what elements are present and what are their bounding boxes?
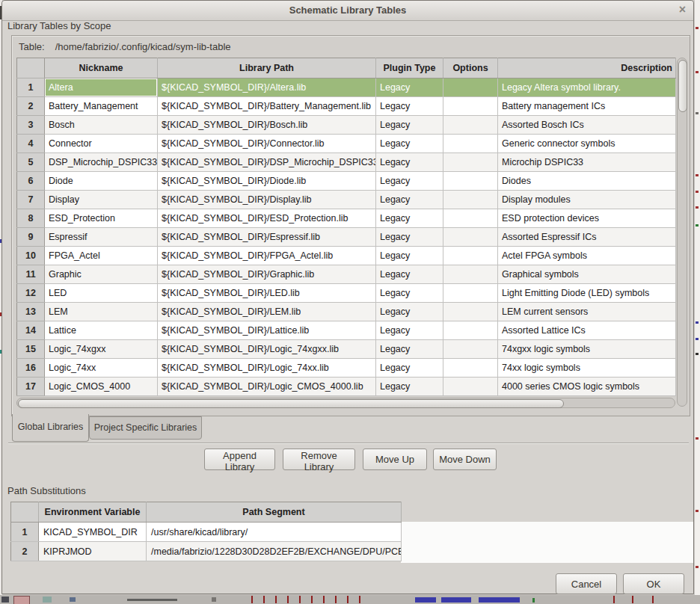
table-row[interactable]: 9Espressif${KICAD_SYMBOL_DIR}/Espressif.… (17, 228, 676, 247)
nickname-cell[interactable]: DSP_Microchip_DSPIC33 (45, 153, 158, 172)
nickname-cell[interactable]: Connector (45, 135, 158, 153)
row-number-cell[interactable]: 9 (17, 228, 45, 247)
plugin-type-cell[interactable]: Legacy (376, 191, 443, 209)
nickname-cell[interactable]: Altera (45, 78, 158, 97)
library-path-cell[interactable]: ${KICAD_SYMBOL_DIR}/ESD_Protection.lib (158, 209, 376, 228)
environment-variable-cell[interactable]: KICAD_SYMBOL_DIR (39, 523, 147, 542)
remove-library-button[interactable]: Remove Library (283, 449, 355, 470)
table-row[interactable]: 7Display${KICAD_SYMBOL_DIR}/Display.libL… (17, 191, 676, 209)
library-path-cell[interactable]: ${KICAD_SYMBOL_DIR}/FPGA_Actel.lib (158, 247, 376, 265)
tab-project-specific-libraries[interactable]: Project Specific Libraries (89, 416, 202, 440)
options-cell[interactable] (443, 378, 498, 396)
description-cell[interactable]: Legacy Altera symbol library. (498, 78, 676, 97)
nickname-cell[interactable]: Battery_Management (45, 97, 158, 116)
row-number-cell[interactable]: 2 (11, 542, 39, 561)
library-path-cell[interactable]: ${KICAD_SYMBOL_DIR}/Graphic.lib (158, 265, 376, 284)
plugin-type-cell[interactable]: Legacy (376, 153, 443, 172)
column-header-nickname[interactable]: Nickname (45, 58, 158, 78)
table-row[interactable]: 10FPGA_Actel${KICAD_SYMBOL_DIR}/FPGA_Act… (17, 247, 676, 265)
options-cell[interactable] (443, 135, 498, 153)
table-row[interactable]: 3Bosch${KICAD_SYMBOL_DIR}/Bosch.libLegac… (17, 116, 676, 135)
table-row[interactable]: 15Logic_74xgxx${KICAD_SYMBOL_DIR}/Logic_… (17, 340, 676, 359)
row-number-cell[interactable]: 1 (11, 523, 39, 542)
plugin-type-cell[interactable]: Legacy (376, 228, 443, 247)
nickname-cell[interactable]: FPGA_Actel (45, 247, 158, 265)
options-cell[interactable] (443, 247, 498, 265)
description-cell[interactable]: 74xgxx logic symbols (498, 340, 676, 359)
options-cell[interactable] (443, 265, 498, 284)
description-cell[interactable]: Generic connector symbols (498, 135, 676, 153)
close-icon[interactable]: × (679, 3, 686, 16)
table-row[interactable]: 16Logic_74xx${KICAD_SYMBOL_DIR}/Logic_74… (17, 359, 676, 378)
row-number-cell[interactable]: 14 (17, 321, 45, 340)
plugin-type-cell[interactable]: Legacy (376, 340, 443, 359)
library-path-cell[interactable]: ${KICAD_SYMBOL_DIR}/Altera.lib (158, 78, 376, 97)
table-row[interactable]: 1KICAD_SYMBOL_DIR/usr/share/kicad/librar… (11, 523, 402, 542)
nickname-cell[interactable]: Diode (45, 172, 158, 191)
table-row[interactable]: 2KIPRJMOD/media/fabrizio/1228D30D28D2EF2… (11, 542, 402, 561)
nickname-cell[interactable]: LEM (45, 303, 158, 321)
append-library-button[interactable]: Append Library (204, 449, 275, 470)
library-path-cell[interactable]: ${KICAD_SYMBOL_DIR}/Bosch.lib (158, 116, 376, 135)
options-cell[interactable] (443, 153, 498, 172)
options-cell[interactable] (443, 340, 498, 359)
library-path-cell[interactable]: ${KICAD_SYMBOL_DIR}/Battery_Management.l… (158, 97, 376, 116)
move-down-button[interactable]: Move Down (433, 449, 497, 470)
plugin-type-cell[interactable]: Legacy (376, 97, 443, 116)
description-cell[interactable]: Assorted Bosch ICs (498, 116, 676, 135)
tab-global-libraries[interactable]: Global Libraries (12, 414, 89, 442)
plugin-type-cell[interactable]: Legacy (376, 78, 443, 97)
description-cell[interactable]: Microchip DSPIC33 (498, 153, 676, 172)
options-cell[interactable] (443, 359, 498, 378)
nickname-cell[interactable]: Graphic (45, 265, 158, 284)
vertical-scrollbar[interactable] (677, 58, 687, 407)
library-path-cell[interactable]: ${KICAD_SYMBOL_DIR}/DSP_Microchip_DSPIC3… (158, 153, 376, 172)
column-header-plugin-type[interactable]: Plugin Type (376, 58, 443, 78)
table-row[interactable]: 14Lattice${KICAD_SYMBOL_DIR}/Lattice.lib… (17, 321, 676, 340)
environment-variable-cell[interactable]: KIPRJMOD (39, 542, 147, 561)
description-cell[interactable]: Actel FPGA symbols (498, 247, 676, 265)
library-path-cell[interactable]: ${KICAD_SYMBOL_DIR}/Logic_74xx.lib (158, 359, 376, 378)
row-number-cell[interactable]: 1 (17, 78, 45, 97)
plugin-type-cell[interactable]: Legacy (376, 135, 443, 153)
plugin-type-cell[interactable]: Legacy (376, 172, 443, 191)
path-segment-cell[interactable]: /media/fabrizio/1228D30D28D2EF2B/EXCHANG… (147, 542, 402, 561)
description-cell[interactable]: Display modules (498, 191, 676, 209)
column-header-environment-variable[interactable]: Environment Variable (39, 502, 147, 523)
library-path-cell[interactable]: ${KICAD_SYMBOL_DIR}/Logic_CMOS_4000.lib (158, 378, 376, 396)
row-number-cell[interactable]: 3 (17, 116, 45, 135)
column-header-library-path[interactable]: Library Path (158, 58, 376, 78)
library-path-cell[interactable]: ${KICAD_SYMBOL_DIR}/Lattice.lib (158, 321, 376, 340)
plugin-type-cell[interactable]: Legacy (376, 378, 443, 396)
description-cell[interactable]: 74xx logic symbols (498, 359, 676, 378)
plugin-type-cell[interactable]: Legacy (376, 209, 443, 228)
options-cell[interactable] (443, 228, 498, 247)
library-path-cell[interactable]: ${KICAD_SYMBOL_DIR}/Espressif.lib (158, 228, 376, 247)
library-path-cell[interactable]: ${KICAD_SYMBOL_DIR}/Display.lib (158, 191, 376, 209)
description-cell[interactable]: Battery management ICs (498, 97, 676, 116)
description-cell[interactable]: ESD protection devices (498, 209, 676, 228)
row-number-cell[interactable]: 12 (17, 284, 45, 303)
options-cell[interactable] (443, 116, 498, 135)
cancel-button[interactable]: Cancel (556, 573, 617, 594)
description-cell[interactable]: Light Emitting Diode (LED) symbols (498, 284, 676, 303)
row-number-cell[interactable]: 7 (17, 191, 45, 209)
nickname-cell[interactable]: LED (45, 284, 158, 303)
options-cell[interactable] (443, 303, 498, 321)
nickname-cell[interactable]: Espressif (45, 228, 158, 247)
table-row[interactable]: 4Connector${KICAD_SYMBOL_DIR}/Connector.… (17, 135, 676, 153)
move-up-button[interactable]: Move Up (363, 449, 427, 470)
nickname-cell[interactable]: Lattice (45, 321, 158, 340)
library-path-cell[interactable]: ${KICAD_SYMBOL_DIR}/LEM.lib (158, 303, 376, 321)
table-row[interactable]: 6Diode${KICAD_SYMBOL_DIR}/Diode.libLegac… (17, 172, 676, 191)
table-row[interactable]: 13LEM${KICAD_SYMBOL_DIR}/LEM.libLegacyLE… (17, 303, 676, 321)
options-cell[interactable] (443, 97, 498, 116)
table-row[interactable]: 8ESD_Protection${KICAD_SYMBOL_DIR}/ESD_P… (17, 209, 676, 228)
horizontal-scrollbar[interactable] (16, 398, 675, 408)
row-number-cell[interactable]: 10 (17, 247, 45, 265)
row-number-cell[interactable]: 11 (17, 265, 45, 284)
vertical-scrollbar-thumb[interactable] (678, 60, 687, 112)
library-path-cell[interactable]: ${KICAD_SYMBOL_DIR}/LED.lib (158, 284, 376, 303)
column-header-options[interactable]: Options (443, 58, 498, 78)
nickname-cell[interactable]: Logic_CMOS_4000 (45, 378, 158, 396)
